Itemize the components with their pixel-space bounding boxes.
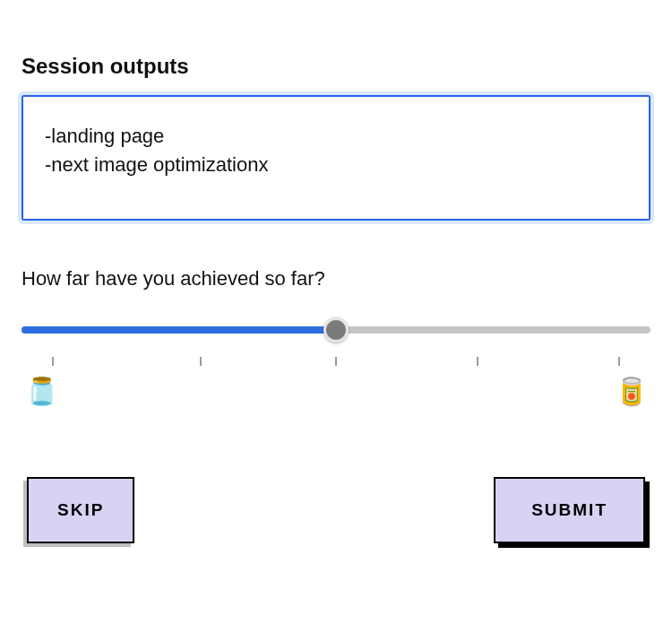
slider-tick bbox=[477, 357, 478, 366]
slider-tick bbox=[200, 357, 202, 366]
slider-ticks bbox=[22, 357, 650, 375]
can-icon: 🥫 bbox=[615, 378, 648, 405]
button-row: SKIP SUBMIT bbox=[22, 477, 650, 543]
slider-thumb[interactable] bbox=[323, 317, 349, 343]
slider-tick bbox=[52, 357, 54, 366]
jar-icon: 🫙 bbox=[25, 378, 58, 405]
session-outputs-input[interactable]: -landing page -next image optimizationx bbox=[22, 95, 650, 221]
section-title: Session outputs bbox=[22, 54, 650, 79]
submit-button[interactable]: SUBMIT bbox=[494, 477, 645, 543]
slider-tick bbox=[335, 357, 337, 366]
slider-endpoint-icons: 🫙 🥫 bbox=[22, 378, 650, 414]
slider-tick bbox=[618, 357, 620, 366]
slider-question-label: How far have you achieved so far? bbox=[22, 267, 650, 290]
progress-slider[interactable] bbox=[22, 316, 650, 343]
skip-button[interactable]: SKIP bbox=[27, 477, 134, 543]
slider-fill bbox=[22, 326, 336, 334]
